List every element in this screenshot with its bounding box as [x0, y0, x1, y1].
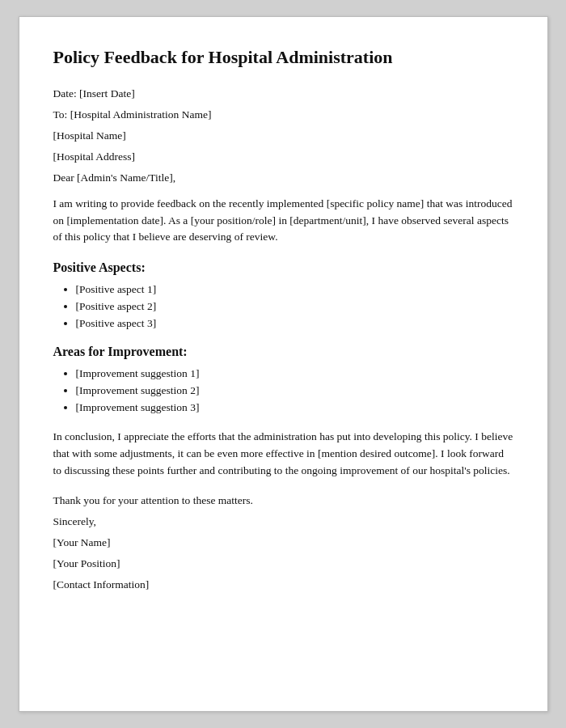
list-item: [Positive aspect 1]: [76, 283, 513, 296]
improvement-heading: Areas for Improvement:: [53, 345, 513, 359]
to-field: To: [Hospital Administration Name]: [53, 108, 513, 121]
positive-aspects-heading: Positive Aspects:: [53, 260, 513, 275]
improvement-list: [Improvement suggestion 1] [Improvement …: [76, 367, 513, 414]
hospital-name-field: [Hospital Name]: [53, 129, 513, 142]
positive-aspects-list: [Positive aspect 1] [Positive aspect 2] …: [76, 283, 513, 330]
list-item: [Improvement suggestion 3]: [76, 401, 513, 414]
thank-you-line: Thank you for your attention to these ma…: [53, 494, 513, 507]
your-position-field: [Your Position]: [53, 557, 513, 570]
date-field: Date: [Insert Date]: [53, 87, 513, 100]
hospital-address-field: [Hospital Address]: [53, 150, 513, 163]
salutation: Dear [Admin's Name/Title],: [53, 171, 513, 184]
contact-info-field: [Contact Information]: [53, 578, 513, 591]
list-item: [Positive aspect 3]: [76, 317, 513, 330]
document-title: Policy Feedback for Hospital Administrat…: [53, 46, 513, 70]
sincerely-line: Sincerely,: [53, 515, 513, 528]
conclusion-paragraph: In conclusion, I appreciate the efforts …: [53, 429, 513, 480]
list-item: [Positive aspect 2]: [76, 300, 513, 313]
list-item: [Improvement suggestion 2]: [76, 384, 513, 397]
document: Policy Feedback for Hospital Administrat…: [19, 16, 548, 712]
your-name-field: [Your Name]: [53, 536, 513, 549]
list-item: [Improvement suggestion 1]: [76, 367, 513, 380]
intro-paragraph: I am writing to provide feedback on the …: [53, 196, 513, 247]
